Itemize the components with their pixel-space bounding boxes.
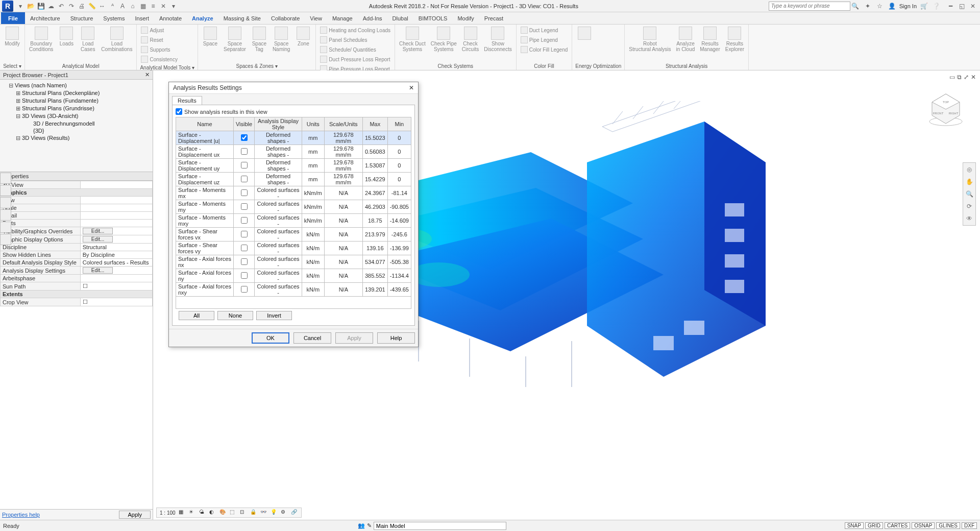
scale-value[interactable]: 1 : 100	[160, 510, 176, 516]
result-row[interactable]: Surface - Moments mxyColored surfaces -k…	[176, 214, 411, 228]
help-icon[interactable]: ❔	[931, 1, 941, 11]
ribbon-button-small[interactable]: Color Fill Legend	[520, 45, 569, 54]
visible-checkbox[interactable]	[241, 217, 248, 224]
property-row[interactable]: DisciplineStructural	[1, 244, 153, 251]
ribbon-button[interactable]: Robot Structural Analysis	[628, 26, 672, 53]
property-row[interactable]: Arbeitsphase	[1, 275, 153, 282]
ribbon-button-small[interactable]: Schedule/ Quantities	[319, 45, 391, 54]
tree-node[interactable]: 3D / Berechnungsmodell	[2, 120, 151, 127]
palette-tab[interactable]	[0, 222, 11, 233]
ribbon-button-small[interactable]: Adjust	[140, 26, 178, 35]
help-button[interactable]: Help	[377, 332, 415, 344]
visible-checkbox[interactable]	[241, 258, 248, 265]
ribbon-button[interactable]: Space Naming	[272, 26, 291, 53]
apply-button[interactable]: Apply	[119, 511, 151, 519]
property-row[interactable]: Default Analysis Display StyleColored su…	[1, 259, 153, 267]
view-canvas[interactable]: ▭ ⧉ ⤢ ✕ Surface - Displacement |u| (mm) …	[153, 70, 980, 520]
tree-node[interactable]: ⊟ 3D Views (3D-Ansicht)	[2, 112, 151, 120]
shadows-icon[interactable]: ◐	[209, 509, 216, 516]
tree-node[interactable]: ⊟ Views (nach Namen)	[2, 82, 151, 89]
visible-checkbox[interactable]	[241, 162, 248, 168]
results-table[interactable]: NameVisibleAnalysis Display StyleUnitsSc…	[176, 117, 411, 297]
ribbon-button[interactable]: Show Disconnects	[483, 26, 512, 53]
render-icon[interactable]: 🎨	[219, 509, 227, 516]
switch-window-icon[interactable]: ▾	[168, 1, 179, 11]
property-row[interactable]: Graphic Display OptionsEdit...	[1, 235, 153, 244]
ribbon-button-small[interactable]: Duct Legend	[520, 26, 569, 35]
property-row[interactable]: 3D View	[1, 181, 153, 189]
crop-region-icon[interactable]: ⊡	[240, 509, 247, 516]
property-row[interactable]: Show Hidden LinesBy Discipline	[1, 251, 153, 259]
help-search-input[interactable]	[769, 2, 850, 11]
property-row[interactable]: Analysis Display SettingsEdit...	[1, 267, 153, 275]
home-icon[interactable]: ▾	[15, 1, 26, 11]
result-row[interactable]: Surface - Displacement |u|Deformed shape…	[176, 131, 411, 145]
result-row[interactable]: Surface - Axial forces nyColored surface…	[176, 269, 411, 283]
result-row[interactable]: Surface - Axial forces nxyColored surfac…	[176, 283, 411, 297]
snap-toggle[interactable]: SNAP	[845, 522, 864, 529]
invert-button[interactable]: Invert	[256, 311, 292, 320]
save-icon[interactable]: 💾	[36, 1, 46, 11]
ribbon-button[interactable]: Modify	[3, 26, 21, 47]
ribbon-button[interactable]: Check Duct Systems	[398, 26, 427, 53]
tab-architecture[interactable]: Architecture	[25, 12, 65, 24]
snap-toggle[interactable]: GRID	[865, 522, 883, 529]
tab-massing-site[interactable]: Massing & Site	[218, 12, 266, 24]
property-row[interactable]: Graphics	[1, 189, 153, 197]
search-icon[interactable]: 🔍	[850, 1, 861, 11]
ribbon-button[interactable]: Results Manager	[699, 26, 721, 53]
properties-table[interactable]: 3D ViewGraphicsViewScaleDetailPartsVisib…	[0, 181, 153, 306]
property-row[interactable]: View	[1, 197, 153, 204]
open-icon[interactable]: 📂	[26, 1, 36, 11]
ribbon-button-small[interactable]: Duct Pressure Loss Report	[319, 55, 391, 64]
none-button[interactable]: None	[217, 311, 253, 320]
property-row[interactable]: Sun Path☐	[1, 282, 153, 291]
dialog-titlebar[interactable]: Analysis Results Settings ✕	[169, 82, 418, 94]
ribbon-button-small[interactable]: Panel Schedules	[319, 35, 391, 44]
visible-checkbox[interactable]	[241, 272, 248, 279]
text-icon[interactable]: A	[117, 1, 128, 11]
nav-wheel-icon[interactable]: ◎	[965, 165, 974, 174]
tree-node[interactable]: ⊞ Structural Plans (Deckenpläne)	[2, 89, 151, 97]
result-row[interactable]: Surface - Displacement uyDeformed shapes…	[176, 159, 411, 173]
ribbon-button[interactable]: Check Circuits	[461, 26, 480, 53]
snap-toggle[interactable]: GLINES	[936, 522, 960, 529]
tab-view[interactable]: View	[305, 12, 327, 24]
apps-icon[interactable]: 🛒	[919, 1, 929, 11]
tab-precast[interactable]: Precast	[479, 12, 508, 24]
detail-level-icon[interactable]: ▦	[179, 509, 186, 516]
view-max-icon[interactable]: ⤢	[964, 74, 969, 81]
ribbon-button-small[interactable]: Consistency	[140, 55, 178, 64]
visible-checkbox[interactable]	[241, 189, 248, 196]
view-cube[interactable]: TOP FRONT RIGHT	[927, 91, 965, 129]
ribbon-button[interactable]: Results Explorer	[724, 26, 745, 53]
close-icon[interactable]: ✕	[145, 71, 150, 78]
default-3d-icon[interactable]: ⌂	[128, 1, 138, 11]
analytical-icon[interactable]: ⚙	[281, 509, 288, 516]
result-row[interactable]: Surface - Moments myColored surfaces -kN…	[176, 200, 411, 214]
main-model-select[interactable]	[374, 522, 506, 530]
crop-icon[interactable]: ⬚	[230, 509, 237, 516]
ribbon-button[interactable]: Boundary Conditions	[28, 26, 54, 53]
temp-hide-icon[interactable]: 👓	[260, 509, 267, 516]
property-row[interactable]: Scale	[1, 204, 153, 212]
close-icon[interactable]: ✕	[968, 1, 978, 11]
ribbon-button[interactable]: Space	[201, 26, 219, 47]
palette-tab[interactable]	[0, 173, 11, 184]
palette-tab[interactable]	[0, 209, 11, 221]
editable-icon[interactable]: ✎	[367, 522, 372, 529]
reveal-icon[interactable]: 💡	[271, 509, 278, 516]
property-row[interactable]: Visibility/Graphics OverridesEdit...	[1, 227, 153, 235]
result-row[interactable]: Surface - Displacement uzDeformed shapes…	[176, 173, 411, 186]
visual-style-icon[interactable]: ☀	[189, 509, 196, 516]
palette-tab[interactable]	[0, 185, 11, 196]
lock-icon[interactable]: 🔒	[250, 509, 257, 516]
view-cascade-icon[interactable]: ⧉	[957, 74, 962, 81]
tab-manage[interactable]: Manage	[327, 12, 358, 24]
visible-checkbox[interactable]	[241, 134, 248, 141]
sync-icon[interactable]: ☁	[46, 1, 56, 11]
tab-analyze[interactable]: Analyze	[187, 12, 218, 24]
palette-tab[interactable]	[0, 197, 11, 208]
restore-icon[interactable]: ◱	[957, 1, 967, 11]
ribbon-button[interactable]: Space Separator	[223, 26, 247, 53]
